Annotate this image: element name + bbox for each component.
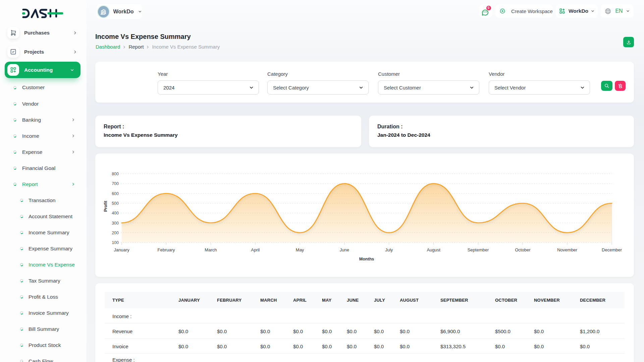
svg-text:200: 200 (112, 231, 119, 235)
svg-text:700: 700 (112, 181, 119, 186)
svg-text:500: 500 (112, 201, 119, 206)
svg-text:June: June (340, 247, 349, 252)
svg-text:800: 800 (112, 172, 119, 176)
svg-text:April: April (251, 247, 260, 252)
svg-text:January: January (114, 247, 130, 252)
svg-text:March: March (205, 247, 217, 252)
svg-text:November: November (557, 247, 578, 252)
svg-text:August: August (427, 247, 440, 252)
svg-text:May: May (296, 247, 304, 252)
svg-text:100: 100 (112, 240, 119, 245)
svg-text:600: 600 (112, 191, 119, 196)
svg-text:February: February (158, 247, 175, 252)
svg-text:300: 300 (112, 221, 119, 226)
svg-text:Profit: Profit (103, 200, 108, 212)
svg-text:Months: Months (359, 257, 374, 261)
svg-text:July: July (385, 247, 393, 252)
svg-text:December: December (602, 247, 622, 252)
svg-text:400: 400 (112, 211, 119, 216)
svg-text:October: October (515, 247, 531, 252)
svg-text:September: September (468, 247, 489, 252)
